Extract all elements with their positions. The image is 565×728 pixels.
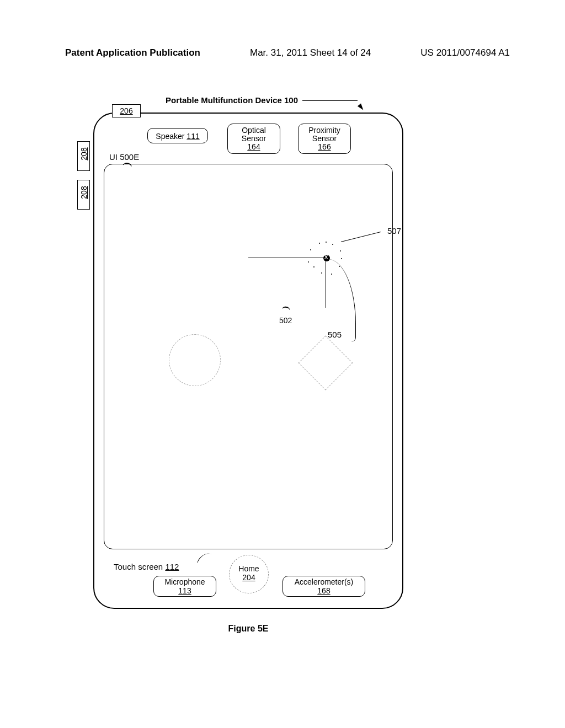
page-header: Patent Application Publication Mar. 31, … (65, 47, 510, 58)
accelerometer-label: Accelerometer(s) (295, 577, 354, 586)
accelerometer-number: 168 (317, 586, 330, 595)
touchscreen-label: Touch screen 112 (114, 562, 179, 571)
figure-caption: Figure 5E (0, 624, 497, 634)
speaker-number: 111 (186, 132, 199, 141)
proximity-number: 166 (318, 142, 331, 151)
reference-208-lower: 208 (77, 180, 90, 210)
proximity-label: Proximity Sensor (308, 126, 340, 143)
touchscreen-number: 112 (165, 562, 179, 571)
arrowhead-icon (358, 104, 365, 111)
reference-502: ⏜ 502 (279, 306, 292, 325)
accelerometer-box: Accelerometer(s) 168 (282, 576, 365, 597)
reference-206: 206 (112, 104, 141, 117)
figure-title: Portable Multifunction Device 100 (166, 95, 298, 105)
reference-505: 505 (328, 330, 342, 339)
header-left: Patent Application Publication (65, 47, 200, 58)
microphone-number: 113 (178, 586, 191, 595)
ui-title-label: UI 500E (109, 152, 139, 162)
microphone-label: Microphone (164, 577, 205, 586)
microphone-box: Microphone 113 (153, 576, 216, 597)
home-number: 204 (230, 573, 268, 582)
header-center: Mar. 31, 2011 Sheet 14 of 24 (250, 47, 371, 58)
title-leadline (302, 100, 358, 101)
touchscreen-area (104, 164, 393, 549)
optical-number: 164 (247, 142, 260, 151)
reference-507: 507 (387, 226, 401, 235)
reference-208-upper: 208 (77, 141, 90, 171)
ghost-circle-shape (169, 334, 221, 386)
speaker-box: Speaker 111 (147, 128, 208, 143)
proximity-sensor-box: Proximity Sensor 166 (298, 124, 351, 154)
optical-sensor-box: Optical Sensor 164 (227, 124, 280, 154)
speaker-label: Speaker (156, 132, 184, 141)
touchscreen-label-text: Touch screen (114, 562, 163, 571)
reference-502-label: 502 (279, 316, 292, 325)
curved-brace-icon: ⏜ (279, 305, 293, 317)
reference-208-upper-label: 208 (79, 140, 88, 168)
home-button: Home 204 (229, 555, 269, 593)
reference-208-lower-label: 208 (79, 179, 88, 206)
optical-label: Optical Sensor (242, 126, 266, 143)
header-right: US 2011/0074694 A1 (420, 47, 510, 58)
crosshair-vertical (326, 258, 326, 308)
home-label: Home (238, 564, 259, 573)
crosshair-horizontal (248, 258, 326, 258)
